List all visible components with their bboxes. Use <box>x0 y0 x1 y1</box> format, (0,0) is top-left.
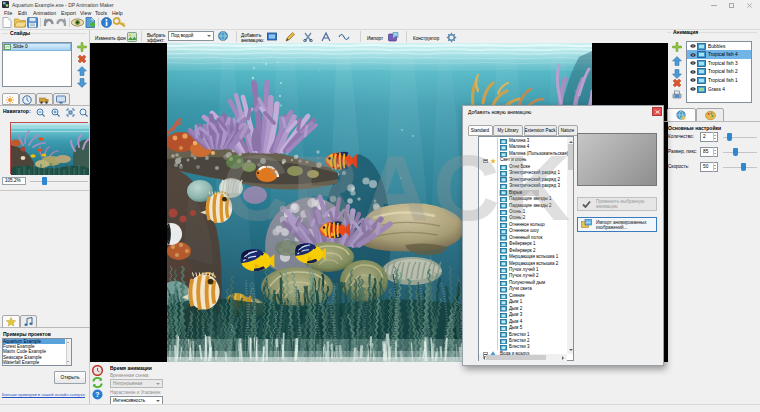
svg-text:?: ? <box>95 391 99 398</box>
